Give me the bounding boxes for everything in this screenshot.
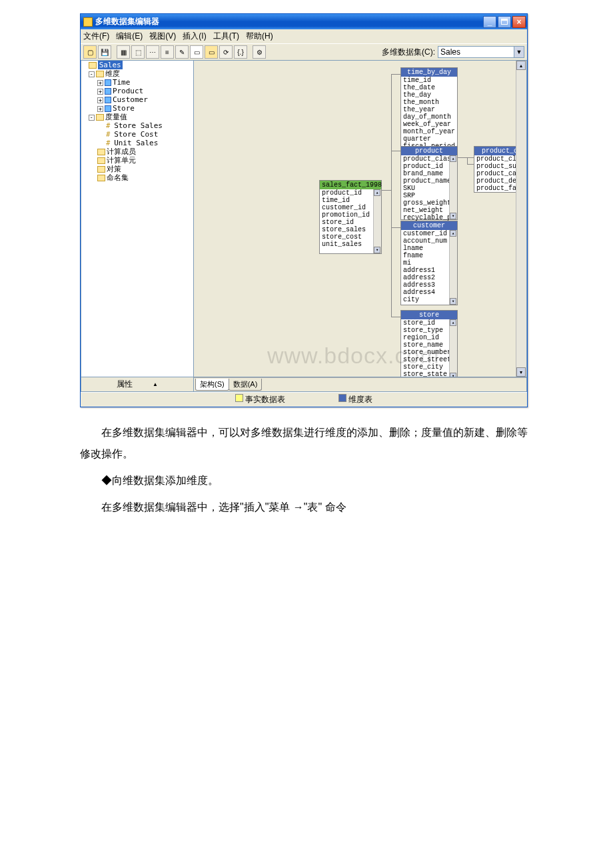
- table-header: sales_fact_1998: [320, 181, 381, 189]
- tb-8[interactable]: ▭: [190, 45, 203, 59]
- tree-dim-store[interactable]: +Store: [81, 104, 193, 113]
- connector: [467, 164, 474, 165]
- table-header: product: [401, 147, 457, 155]
- minimize-button[interactable]: _: [483, 16, 496, 28]
- tab-data[interactable]: 数据(A): [229, 379, 263, 391]
- tree-namedset[interactable]: 命名集: [81, 173, 193, 182]
- tree-panel[interactable]: Sales -维度 +Time +Product +Customer +Stor…: [81, 60, 194, 377]
- connector: [391, 227, 400, 228]
- tree-strategy[interactable]: 对策: [81, 165, 193, 173]
- table-header: customer: [401, 221, 457, 230]
- menu-help[interactable]: 帮助(H): [246, 31, 273, 42]
- tb-4[interactable]: ⬚: [131, 45, 145, 59]
- tree-meas-3[interactable]: Unit Sales: [81, 139, 193, 147]
- menu-bar: 文件(F) 编辑(E) 视图(V) 插入(I) 工具(T) 帮助(H): [81, 29, 527, 43]
- app-icon: [83, 17, 93, 27]
- tree-meas-1[interactable]: Store Sales: [81, 121, 193, 130]
- bottom-bar: 属性 ▲ 架构(S) 数据(A): [81, 377, 527, 392]
- scroll-up-icon[interactable]: ▴: [516, 61, 526, 70]
- menu-edit[interactable]: 编辑(E): [116, 31, 143, 42]
- tab-schema[interactable]: 架构(S): [195, 379, 229, 391]
- tree-calc-unit[interactable]: 计算单元: [81, 156, 193, 165]
- mini-scroll[interactable]: ▴▾: [373, 189, 381, 253]
- table-header: store: [401, 311, 457, 319]
- connector: [391, 151, 400, 151]
- tree-dim-group[interactable]: -维度: [81, 69, 193, 78]
- menu-view[interactable]: 视图(V): [149, 31, 176, 42]
- tb-9[interactable]: ▭: [205, 45, 218, 59]
- table-product[interactable]: product product_class_id product_id bran…: [400, 146, 458, 220]
- tree-meas-group[interactable]: -度量值: [81, 113, 193, 121]
- legend-fact-icon: [235, 394, 243, 402]
- connector: [458, 157, 474, 158]
- connector: [467, 157, 468, 164]
- paragraph: 在多维数据集编辑器中，选择"插入"菜单 →"表" 命令: [80, 497, 533, 518]
- app-body: Sales -维度 +Time +Product +Customer +Stor…: [81, 60, 527, 377]
- tree-root[interactable]: Sales: [81, 61, 193, 69]
- connector: [391, 317, 400, 317]
- legend: 事实数据表 维度表: [81, 392, 527, 407]
- menu-insert[interactable]: 插入(I): [183, 31, 206, 42]
- scroll-down-icon[interactable]: ▾: [516, 367, 526, 377]
- connector: [382, 190, 391, 191]
- cube-selector-value: Sales: [440, 47, 460, 57]
- tb-3[interactable]: ▦: [117, 45, 130, 59]
- tb-11[interactable]: {.}: [234, 45, 247, 59]
- legend-dim-icon: [338, 394, 346, 402]
- cube-selector[interactable]: Sales ▼: [438, 46, 524, 58]
- tree-dim-time[interactable]: +Time: [81, 78, 193, 87]
- mini-scroll[interactable]: ▴▾: [449, 319, 457, 377]
- vscrollbar[interactable]: ▴ ▾: [516, 61, 526, 377]
- table-time[interactable]: time_by_day time_id the_date the_day the…: [400, 67, 458, 151]
- connector: [391, 74, 392, 317]
- menu-file[interactable]: 文件(F): [83, 31, 109, 42]
- cube-editor-window: 多维数据集编辑器 _ × 文件(F) 编辑(E) 视图(V) 插入(I) 工具(…: [80, 13, 528, 407]
- table-fact[interactable]: sales_fact_1998 product_id time_id custo…: [319, 180, 382, 254]
- toolbar: ▢ 💾 ▦ ⬚ ⋯ ≡ ✎ ▭ ▭ ⟳ {.} ⚙ 多维数据集(C): Sale…: [81, 43, 527, 60]
- table-header: time_by_day: [401, 68, 457, 77]
- properties-button[interactable]: 属性 ▲: [81, 377, 194, 392]
- cube-selector-label: 多维数据集(C):: [382, 47, 435, 58]
- maximize-button[interactable]: [498, 16, 511, 28]
- tree-meas-2[interactable]: Store Cost: [81, 130, 193, 139]
- title-bar[interactable]: 多维数据集编辑器 _ ×: [81, 14, 527, 29]
- doc-text: 在多维数据集编辑器中，可以对多维数据集进行维度的添加、删除；度量值的新建、删除等…: [80, 422, 533, 518]
- tb-new[interactable]: ▢: [83, 45, 97, 59]
- tb-7[interactable]: ✎: [175, 45, 189, 59]
- connector: [391, 74, 400, 75]
- tree-calc-member[interactable]: 计算成员: [81, 147, 193, 156]
- window-title: 多维数据集编辑器: [95, 16, 159, 27]
- menu-tool[interactable]: 工具(T): [213, 31, 239, 42]
- table-store[interactable]: store store_id store_type region_id stor…: [400, 310, 458, 377]
- mini-scroll[interactable]: ▴▾: [449, 155, 457, 219]
- tb-6[interactable]: ≡: [161, 45, 174, 59]
- mini-scroll[interactable]: ▴▾: [449, 230, 457, 305]
- tb-5[interactable]: ⋯: [146, 45, 159, 59]
- table-customer[interactable]: customer customer_id account_num lname f…: [400, 221, 458, 305]
- paragraph: ◆向维数据集添加维度。: [80, 470, 533, 491]
- tree-dim-product[interactable]: +Product: [81, 87, 193, 95]
- tb-10[interactable]: ⟳: [219, 45, 233, 59]
- paragraph: 在多维数据集编辑器中，可以对多维数据集进行维度的添加、删除；度量值的新建、删除等…: [80, 422, 533, 465]
- tree-dim-customer[interactable]: +Customer: [81, 95, 193, 104]
- dropdown-icon[interactable]: ▼: [514, 47, 524, 57]
- tb-12[interactable]: ⚙: [253, 45, 266, 59]
- diagram-pane[interactable]: sales_fact_1998 product_id time_id custo…: [194, 60, 527, 377]
- close-button[interactable]: ×: [512, 16, 526, 28]
- chevron-up-icon: ▲: [153, 381, 158, 387]
- tb-save[interactable]: 💾: [98, 45, 111, 59]
